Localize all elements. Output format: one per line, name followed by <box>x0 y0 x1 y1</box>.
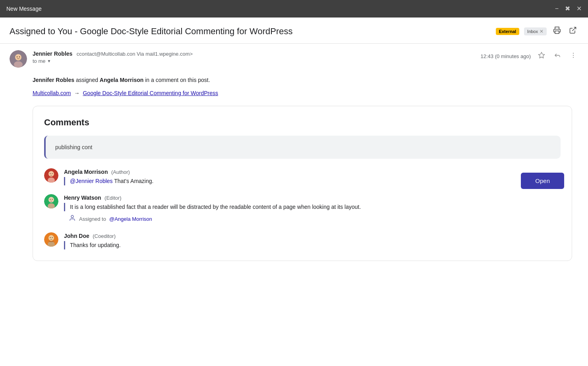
printer-icon <box>553 26 561 34</box>
link-row: Multicollab.com → Google Doc-Style Edito… <box>33 90 578 96</box>
commenter-name-henry: Henry Watson <box>64 195 101 201</box>
comment-item-henry: Henry Watson (Editor) It is a long estab… <box>44 194 561 224</box>
email-body: Jennifer Robles assigned Angela Morrison… <box>0 74 588 267</box>
comment-avatar-john <box>44 232 58 247</box>
svg-point-25 <box>50 237 51 238</box>
inbox-badge-label: Inbox <box>527 29 538 34</box>
svg-marker-7 <box>539 53 545 58</box>
comment-content-angela: Angela Morrison (Author) @Jennier Robles… <box>64 168 561 185</box>
more-options-button[interactable] <box>568 50 578 62</box>
svg-point-9 <box>573 55 574 56</box>
popout-button[interactable] <box>567 25 578 38</box>
mention-link-jennier[interactable]: @Jennier Robles <box>70 178 113 184</box>
email-timestamp: 12:43 (0 minutes ago) <box>481 53 531 59</box>
source-link[interactable]: Multicollab.com <box>33 90 71 96</box>
sender-to-label: to me <box>33 58 46 64</box>
svg-point-15 <box>52 173 53 174</box>
print-button[interactable] <box>551 25 563 38</box>
svg-point-21 <box>71 216 74 218</box>
comment-body-angela: @Jennier Robles That's Amazing. <box>64 177 561 185</box>
title-bar-controls: − ✖ ✕ <box>555 6 582 12</box>
title-bar-title: New Message <box>6 6 42 12</box>
sender-row: Jennier Robles ccontact@Multicollab.con … <box>0 44 588 74</box>
commenter-name-john: John Doe <box>64 233 89 239</box>
svg-point-6 <box>19 56 20 57</box>
commenter-role-henry: (Editor) <box>104 195 122 201</box>
commenter-role-angela: (Author) <box>111 169 130 175</box>
sender-info: Jennier Robles ccontact@Multicollab.con … <box>33 50 475 64</box>
assignment-text: Jennifer Robles assigned Angela Morrison… <box>33 76 578 84</box>
comment-avatar-henry <box>44 194 58 208</box>
svg-point-4 <box>14 61 23 68</box>
email-window: Assigned to You - Google Doc-Style Edito… <box>0 18 588 366</box>
svg-point-26 <box>52 237 53 238</box>
svg-point-20 <box>52 199 53 200</box>
maximize-button[interactable]: ✖ <box>565 6 570 12</box>
title-bar: New Message − ✖ ✕ <box>0 0 588 18</box>
svg-point-10 <box>573 57 574 58</box>
inbox-badge[interactable]: Inbox ✕ <box>524 27 547 35</box>
comment-excerpt: publishing cont <box>44 136 561 159</box>
sender-meta: 12:43 (0 minutes ago) <box>481 50 578 62</box>
comment-thread: Angela Morrison (Author) @Jennier Robles… <box>44 168 561 249</box>
assign-row: Assigned to @Angela Morrison <box>64 214 561 224</box>
comments-title: Comments <box>44 117 561 128</box>
svg-rect-0 <box>555 31 559 34</box>
svg-point-17 <box>48 197 54 202</box>
commenter-name-angela: Angela Morrison <box>64 169 108 175</box>
comment-content-henry: Henry Watson (Editor) It is a long estab… <box>64 194 561 224</box>
comment-item-john: John Doe (Coeditor) Thanks for updating. <box>44 232 561 249</box>
sender-to-chevron[interactable]: ▼ <box>47 59 51 63</box>
svg-line-1 <box>572 27 576 31</box>
assigned-user-link[interactable]: @Angela Morrison <box>109 216 152 222</box>
sender-name: Jennier Robles <box>33 51 72 57</box>
email-subject: Assigned to You - Google Doc-Style Edito… <box>10 26 491 37</box>
reply-icon <box>554 52 561 59</box>
svg-point-23 <box>48 235 54 241</box>
close-button[interactable]: ✕ <box>576 6 582 12</box>
sender-name-row: Jennier Robles ccontact@Multicollab.con … <box>33 50 475 57</box>
sender-email: ccontact@Multicollab.con Via mail1.wpegi… <box>77 51 193 57</box>
assign-icon <box>69 214 76 224</box>
comment-excerpt-text: publishing cont <box>55 144 92 150</box>
open-button[interactable]: Open <box>521 173 564 189</box>
reply-button[interactable] <box>552 50 563 62</box>
assigner-name: Jennifer Robles <box>33 77 74 83</box>
popout-icon <box>569 26 577 34</box>
sender-avatar <box>10 50 27 68</box>
sender-to: to me ▼ <box>33 58 475 64</box>
destination-link[interactable]: Google Doc-Style Editorial Commenting fo… <box>83 90 218 96</box>
commenter-role-john: (Coeditor) <box>93 233 116 239</box>
minimize-button[interactable]: − <box>555 6 559 12</box>
more-vert-icon <box>570 52 577 59</box>
external-badge: External <box>496 28 519 35</box>
comment-item: Angela Morrison (Author) @Jennier Robles… <box>44 168 561 185</box>
svg-point-3 <box>15 54 21 60</box>
svg-point-12 <box>48 171 54 177</box>
svg-point-14 <box>50 173 51 174</box>
comment-body-henry: It is a long established fact that a rea… <box>64 203 561 211</box>
subject-row: Assigned to You - Google Doc-Style Edito… <box>0 18 588 44</box>
star-icon <box>538 52 545 59</box>
link-arrow: → <box>74 90 79 96</box>
assignee-name: Angela Morrison <box>100 77 143 83</box>
svg-point-19 <box>50 199 51 200</box>
star-button[interactable] <box>536 50 547 62</box>
email-main: Jennifer Robles assigned Angela Morrison… <box>0 74 588 366</box>
comment-avatar-angela <box>44 168 58 183</box>
assign-prefix: Assigned to <box>79 216 106 222</box>
comment-body-john: Thanks for updating. <box>64 241 561 249</box>
inbox-badge-close[interactable]: ✕ <box>540 29 544 34</box>
comments-card: Comments publishing cont <box>33 106 572 261</box>
comment-content-john: John Doe (Coeditor) Thanks for updating. <box>64 232 561 249</box>
svg-point-8 <box>573 53 574 54</box>
svg-point-5 <box>17 56 17 57</box>
